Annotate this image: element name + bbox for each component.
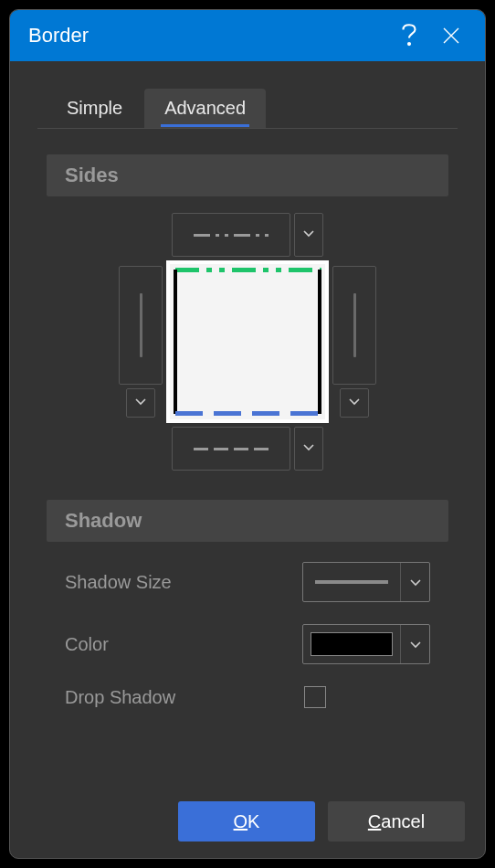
chevron-down-icon (302, 227, 315, 243)
shadow-color-label: Color (65, 634, 302, 655)
tab-bar: Simple Advanced (37, 89, 458, 129)
svg-rect-3 (219, 268, 225, 272)
ok-button[interactable]: OK (178, 801, 315, 842)
dialog-content: Simple Advanced Sides (10, 61, 485, 708)
svg-rect-6 (276, 268, 281, 272)
right-border-menu-button[interactable] (340, 388, 369, 418)
solid-line-icon (140, 293, 142, 357)
drop-shadow-label: Drop Shadow (65, 687, 304, 708)
svg-rect-4 (232, 268, 256, 272)
border-dialog: Border Simple Advanced Sides (9, 9, 486, 859)
chevron-down-icon (302, 440, 315, 457)
dialog-footer: OK Cancel (178, 801, 465, 842)
preview-bottom-border (175, 411, 321, 416)
preview-right-border (318, 270, 321, 414)
close-icon (442, 26, 460, 45)
preview-top-border (175, 268, 321, 272)
close-button[interactable] (430, 15, 472, 57)
left-border-menu-button[interactable] (126, 388, 155, 418)
svg-rect-7 (289, 268, 312, 272)
svg-rect-12 (290, 411, 318, 416)
drop-shadow-checkbox[interactable] (304, 686, 326, 708)
chevron-down-icon (348, 395, 361, 411)
shadow-size-preview-icon (315, 580, 388, 584)
sides-editor (92, 213, 403, 471)
chevron-down-icon (134, 395, 147, 411)
section-header-shadow: Shadow (47, 500, 448, 542)
chevron-down-icon (400, 563, 429, 601)
tab-advanced[interactable]: Advanced (144, 89, 266, 128)
svg-point-0 (408, 43, 410, 45)
shadow-size-row: Shadow Size (65, 562, 430, 602)
dashed-pattern-icon (194, 448, 269, 450)
shadow-size-dropdown[interactable] (302, 562, 430, 602)
shadow-color-dropdown[interactable] (302, 624, 430, 664)
top-border-style-button[interactable] (172, 213, 290, 257)
preview-left-border (174, 270, 177, 414)
tab-simple[interactable]: Simple (47, 89, 142, 128)
left-border-style-button[interactable] (119, 266, 163, 385)
svg-rect-1 (175, 268, 199, 272)
bottom-border-menu-button[interactable] (294, 427, 323, 471)
section-header-sides: Sides (47, 154, 448, 196)
border-preview (166, 260, 329, 423)
window-title: Border (28, 24, 388, 48)
shadow-color-row: Color (65, 624, 430, 664)
help-button[interactable] (388, 15, 430, 57)
solid-line-icon (353, 293, 356, 357)
cancel-button[interactable]: Cancel (328, 801, 465, 842)
svg-rect-9 (175, 411, 203, 416)
svg-rect-11 (252, 411, 279, 416)
svg-rect-2 (206, 268, 212, 272)
svg-rect-10 (214, 411, 241, 416)
right-border-style-button[interactable] (332, 266, 376, 385)
svg-rect-5 (263, 268, 269, 272)
drop-shadow-row: Drop Shadow (65, 686, 430, 708)
help-icon (401, 24, 417, 48)
shadow-size-label: Shadow Size (65, 572, 302, 593)
dash-dot-dot-pattern-icon (194, 234, 269, 237)
top-border-menu-button[interactable] (294, 213, 323, 257)
chevron-down-icon (400, 625, 429, 663)
bottom-border-style-button[interactable] (172, 427, 290, 471)
titlebar: Border (10, 10, 485, 61)
color-swatch (311, 632, 393, 656)
ok-accel: O (234, 811, 248, 831)
cancel-accel: C (368, 811, 381, 831)
